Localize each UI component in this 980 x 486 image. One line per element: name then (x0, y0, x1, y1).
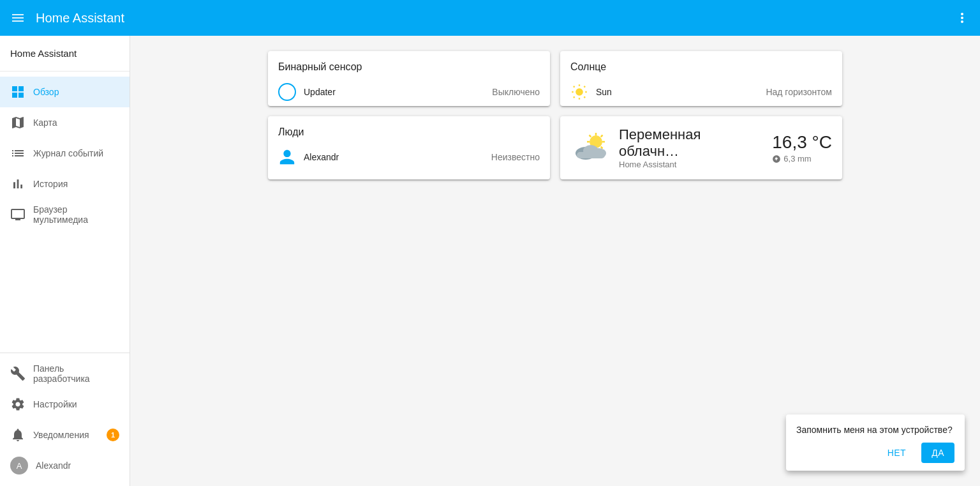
person-state: Неизвестно (491, 152, 540, 162)
svg-line-17 (601, 135, 603, 137)
notification-badge: 1 (107, 429, 119, 441)
sidebar-item-label-notifications: Уведомления (33, 430, 89, 440)
bar-chart-icon (10, 176, 26, 192)
gear-icon (10, 397, 26, 412)
binary-sensor-state: Выключено (492, 87, 540, 97)
sidebar-item-overview[interactable]: Обзор (0, 77, 130, 107)
sidebar-bottom: Панель разработчика Настройки Уведом (0, 353, 130, 486)
monitor-icon (10, 207, 26, 222)
svg-line-9 (574, 96, 575, 98)
popup-no-button[interactable]: НЕТ (877, 443, 917, 463)
sidebar-item-label-user: Alexandr (36, 460, 71, 471)
binary-sensor-card[interactable]: Бинарный сенсор Updater Выключено (268, 51, 550, 106)
binary-sensor-row: Updater Выключено (268, 78, 550, 106)
list-icon (10, 146, 26, 161)
sidebar-item-logbook[interactable]: Журнал событий (0, 138, 130, 169)
sidebar-item-label-settings: Настройки (33, 399, 77, 409)
sun-card[interactable]: Солнце (560, 51, 842, 106)
circle-icon (278, 83, 296, 101)
sun-card-row: Sun Над горизонтом (560, 78, 842, 106)
binary-sensor-title: Бинарный сенсор (268, 51, 550, 78)
svg-line-7 (584, 96, 585, 98)
grid-icon (10, 84, 26, 100)
sidebar-nav: Обзор Карта Журнал событий (0, 72, 130, 353)
people-card-row: Alexandr Неизвестно (268, 143, 550, 171)
sun-state: Над горизонтом (766, 87, 832, 97)
sidebar-item-label-map: Карта (33, 118, 57, 128)
bell-icon (10, 427, 26, 443)
topbar: Home Assistant (0, 0, 980, 36)
avatar: A (10, 457, 28, 475)
sidebar-item-developer[interactable]: Панель разработчика (0, 358, 130, 389)
weather-card[interactable]: Переменная облачн… Home Assistant 16,3 °… (560, 116, 842, 179)
weather-stats: 16,3 °C 6,3 mm (772, 132, 832, 163)
sidebar-item-label-developer: Панель разработчика (33, 363, 119, 384)
svg-line-16 (601, 146, 603, 148)
sun-entity: Sun (596, 87, 758, 97)
sidebar-item-label-logbook: Журнал событий (33, 148, 103, 158)
person-entity: Alexandr (304, 152, 484, 162)
weather-info: Переменная облачн… Home Assistant (619, 126, 764, 169)
weather-rain: 6,3 mm (772, 154, 832, 163)
sidebar-item-settings[interactable]: Настройки (0, 389, 130, 420)
sidebar-item-map[interactable]: Карта (0, 107, 130, 138)
weather-description: Переменная облачн… (619, 126, 764, 160)
person-icon (278, 148, 296, 166)
remember-popup-actions: НЕТ ДА (796, 443, 954, 463)
remember-popup-text: Запомнить меня на этом устройстве? (796, 425, 954, 435)
sidebar-item-notifications[interactable]: Уведомления 1 (0, 420, 130, 450)
popup-yes-button[interactable]: ДА (921, 443, 954, 463)
binary-sensor-entity: Updater (304, 87, 484, 97)
sun-icon (570, 83, 588, 101)
topbar-title: Home Assistant (36, 11, 954, 26)
weather-temp: 16,3 °C (772, 132, 832, 153)
sidebar-item-label-media: Браузер мультимедиа (33, 204, 119, 225)
svg-rect-21 (577, 152, 605, 158)
sidebar-app-title: Home Assistant (0, 36, 130, 72)
sidebar-item-history[interactable]: История (0, 169, 130, 199)
svg-point-1 (575, 88, 583, 96)
sidebar-item-label-history: История (33, 179, 68, 189)
people-card-title: Люди (268, 116, 550, 143)
remember-popup: Запомнить меня на этом устройстве? НЕТ Д… (786, 414, 965, 471)
wrench-icon (10, 366, 26, 381)
weather-source: Home Assistant (619, 160, 764, 169)
sidebar: Home Assistant Обзор Карта (0, 36, 130, 486)
menu-icon[interactable] (10, 10, 26, 26)
rain-value: 6,3 mm (783, 154, 811, 163)
sidebar-item-label-overview: Обзор (33, 87, 59, 97)
svg-line-8 (584, 86, 585, 87)
sidebar-item-user[interactable]: A Alexandr (0, 450, 130, 481)
cards-grid: Бинарный сенсор Updater Выключено Солнце (268, 51, 842, 179)
sun-card-title: Солнце (560, 51, 842, 78)
sidebar-item-media[interactable]: Браузер мультимедиа (0, 199, 130, 230)
weather-icon (570, 128, 611, 169)
map-icon (10, 115, 26, 130)
svg-line-15 (590, 135, 591, 137)
svg-line-6 (574, 86, 575, 87)
svg-point-0 (285, 89, 290, 95)
more-vertical-icon[interactable] (954, 10, 970, 26)
people-card[interactable]: Люди Alexandr Неизвестно (268, 116, 550, 179)
